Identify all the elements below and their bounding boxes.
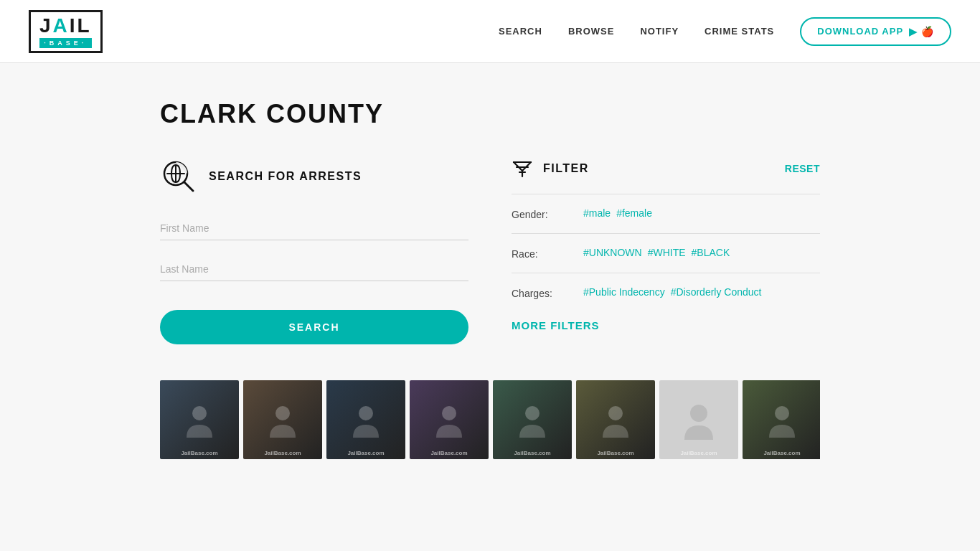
svg-point-6 bbox=[275, 406, 290, 420]
tag-unknown[interactable]: #UNKNOWN bbox=[583, 247, 642, 258]
tag-male[interactable]: #male bbox=[583, 207, 611, 219]
county-title: CLARK COUNTY bbox=[160, 99, 820, 129]
svg-marker-4 bbox=[514, 162, 531, 176]
download-app-label: DOWNLOAD APP bbox=[817, 26, 903, 37]
last-name-group bbox=[160, 258, 468, 281]
filter-section: FILTER RESET Gender: #male #female Race:… bbox=[512, 158, 820, 332]
gender-tags: #male #female bbox=[583, 207, 652, 219]
svg-point-5 bbox=[192, 406, 207, 420]
mug-thumb-6[interactable]: JailBase.com bbox=[576, 380, 655, 459]
mug-thumb-3[interactable]: JailBase.com bbox=[326, 380, 405, 459]
mug-thumb-2[interactable]: JailBase.com bbox=[243, 380, 322, 459]
mug-thumb-5[interactable]: JailBase.com bbox=[493, 380, 572, 459]
search-section-label: SEARCH FOR ARRESTS bbox=[209, 170, 362, 183]
more-filters-link[interactable]: MORE FILTERS bbox=[512, 319, 600, 331]
svg-line-3 bbox=[184, 182, 193, 191]
mug-thumb-7[interactable]: JailBase.com bbox=[659, 380, 738, 459]
main-nav: SEARCH BROWSE NOTIFY CRIME STATS DOWNLOA… bbox=[499, 17, 951, 46]
charges-tags: #Public Indecency #Disorderly Conduct bbox=[583, 286, 761, 298]
gender-label: Gender: bbox=[512, 207, 569, 220]
filter-section-label: FILTER bbox=[543, 162, 589, 175]
download-app-button[interactable]: DOWNLOAD APP ▶ 🍎 bbox=[800, 17, 951, 46]
filter-row-race: Race: #UNKNOWN #WHITE #BLACK bbox=[512, 233, 820, 273]
mug-thumb-1[interactable]: JailBase.com bbox=[160, 380, 239, 459]
race-label: Race: bbox=[512, 247, 569, 260]
logo-jail-text: JAIL bbox=[39, 16, 92, 36]
svg-point-10 bbox=[608, 406, 623, 420]
tag-black[interactable]: #BLACK bbox=[692, 247, 730, 258]
reset-button[interactable]: RESET bbox=[785, 163, 820, 174]
filter-icon bbox=[512, 158, 533, 179]
search-section: SEARCH FOR ARRESTS SEARCH bbox=[160, 158, 468, 344]
header: JAIL ·BASE· SEARCH BROWSE NOTIFY CRIME S… bbox=[0, 0, 980, 63]
svg-point-12 bbox=[775, 406, 789, 420]
download-icons: ▶ 🍎 bbox=[909, 26, 934, 37]
search-arrests-icon bbox=[160, 158, 197, 195]
nav-browse[interactable]: BROWSE bbox=[568, 26, 615, 37]
nav-crime-stats[interactable]: CRIME STATS bbox=[705, 26, 774, 37]
nav-search[interactable]: SEARCH bbox=[499, 26, 542, 37]
svg-point-11 bbox=[690, 405, 707, 422]
filter-header-left: FILTER bbox=[512, 158, 589, 179]
tag-female[interactable]: #female bbox=[616, 207, 652, 219]
filter-row-charges: Charges: #Public Indecency #Disorderly C… bbox=[512, 273, 820, 312]
race-tags: #UNKNOWN #WHITE #BLACK bbox=[583, 247, 730, 258]
tag-disorderly-conduct[interactable]: #Disorderly Conduct bbox=[671, 286, 762, 298]
svg-point-9 bbox=[525, 406, 540, 420]
logo-base-bar: ·BASE· bbox=[39, 38, 92, 48]
tag-public-indecency[interactable]: #Public Indecency bbox=[583, 286, 665, 298]
svg-point-8 bbox=[442, 406, 456, 420]
svg-point-7 bbox=[359, 406, 373, 420]
first-name-input[interactable] bbox=[160, 217, 468, 240]
content-grid: SEARCH FOR ARRESTS SEARCH FILTER bbox=[160, 158, 820, 344]
charges-label: Charges: bbox=[512, 286, 569, 299]
mug-thumb-8[interactable]: JailBase.com bbox=[743, 380, 820, 459]
nav-notify[interactable]: NOTIFY bbox=[640, 26, 679, 37]
filter-row-gender: Gender: #male #female bbox=[512, 194, 820, 233]
filter-header: FILTER RESET bbox=[512, 158, 820, 179]
logo[interactable]: JAIL ·BASE· bbox=[29, 10, 103, 53]
mug-thumb-4[interactable]: JailBase.com bbox=[410, 380, 489, 459]
search-button[interactable]: SEARCH bbox=[160, 310, 468, 344]
first-name-group bbox=[160, 217, 468, 240]
search-header: SEARCH FOR ARRESTS bbox=[160, 158, 468, 195]
tag-white[interactable]: #WHITE bbox=[648, 247, 686, 258]
last-name-input[interactable] bbox=[160, 258, 468, 281]
mugshots-strip: JailBase.com JailBase.com JailBase.com J… bbox=[160, 380, 820, 459]
main-content: CLARK COUNTY bbox=[131, 63, 849, 459]
